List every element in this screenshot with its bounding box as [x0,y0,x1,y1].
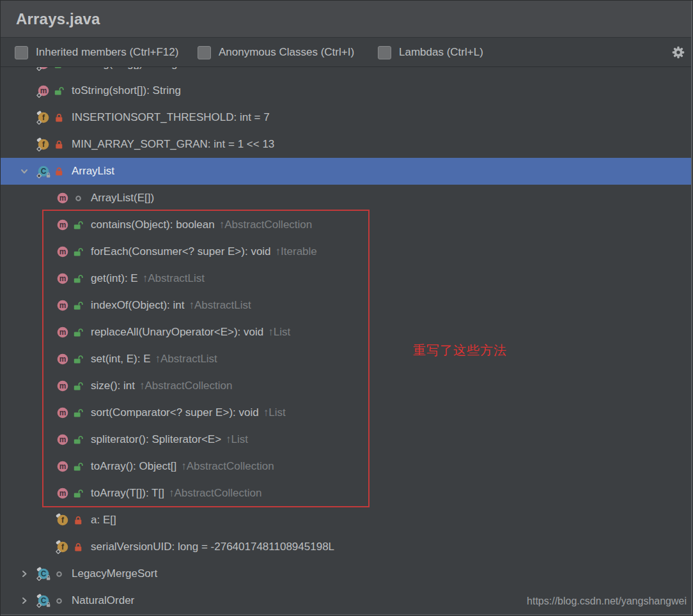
method-icon: m [56,191,70,205]
structure-row[interactable]: mget(int): E↑AbstractList [1,265,692,292]
structure-row[interactable]: fMIN_ARRAY_SORT_GRAN: int = 1 << 13 [1,131,692,158]
member-label: a: E[] [91,514,116,527]
private-lock-icon [54,113,64,123]
member-label: ArrayList [72,165,114,178]
svg-text:C: C [41,167,47,176]
structure-row[interactable]: mreplaceAll(UnaryOperator<E>): void↑List [1,319,692,346]
watermark-url: https://blog.csdn.net/yangshangwei [527,596,687,607]
checkbox-label: Inherited members (Ctrl+F12) [36,46,178,59]
structure-row[interactable]: mindexOf(Object): int↑AbstractList [1,292,692,319]
structure-row[interactable]: CLegacyMergeSort [1,560,692,587]
member-label: MIN_ARRAY_SORT_GRAN: int = 1 << 13 [72,138,274,151]
svg-text:m: m [59,247,66,256]
lambdas-checkbox-group[interactable]: Lambdas (Ctrl+L) [378,38,483,66]
member-label: indexOf(Object): int [91,299,184,312]
method-icon: m [56,459,70,474]
svg-text:m: m [59,489,66,498]
method-icon: m [56,406,70,420]
public-lock-icon [74,355,83,364]
public-lock-icon [74,301,83,311]
field-icon: f [36,137,51,151]
structure-row[interactable]: mArrayList(E[]) [1,185,692,212]
structure-view-window: Arrays.java Inherited members (Ctrl+F12)… [0,0,693,616]
checkbox-icon[interactable] [198,46,211,59]
anonymous-classes-checkbox-group[interactable]: Anonymous Classes (Ctrl+I) [198,38,354,66]
inherited-from-label: ↑List [226,433,248,446]
inherited-from-label: ↑AbstractList [155,353,217,366]
window-title: Arrays.java [16,10,100,28]
structure-row[interactable]: msort(Comparator<? super E>): void↑List [1,399,692,426]
checkbox-label: Lambdas (Ctrl+L) [399,46,483,59]
inherited-from-label: ↑AbstractCollection [169,487,262,500]
svg-text:m: m [59,381,66,390]
inherited-from-label: ↑List [268,326,290,339]
package-visibility-icon [74,194,83,203]
structure-row[interactable]: fa: E[] [1,507,692,534]
method-icon: m [56,352,70,366]
field-icon: f [36,111,51,125]
svg-text:m: m [59,435,66,444]
svg-text:m: m [59,274,66,283]
public-lock-icon [74,381,83,391]
public-lock-icon [74,328,83,337]
svg-text:m: m [59,301,66,310]
checkbox-icon[interactable] [15,46,28,59]
inherited-members-checkbox-group[interactable]: Inherited members (Ctrl+F12) [15,38,178,66]
structure-row[interactable]: CArrayList [1,158,692,185]
svg-text:m: m [59,462,66,471]
member-label: LegacyMergeSort [72,567,157,580]
chevron-down-icon[interactable] [20,167,36,176]
structure-row[interactable]: fserialVersionUID: long = -2764017481108… [1,534,692,560]
inherited-from-label: ↑AbstractList [189,299,251,312]
inherited-from-label: ↑AbstractCollection [139,380,233,392]
structure-tree: 重写了这些方法 mtoString(long[]): StringmtoStri… [1,67,692,615]
member-label: forEach(Consumer<? super E>): void [91,245,271,258]
checkbox-icon[interactable] [378,46,391,59]
inherited-from-label: ↑List [263,406,286,419]
member-label: set(int, E): E [91,353,151,366]
structure-row[interactable]: mset(int, E): E↑AbstractList [1,346,692,373]
member-label: size(): int [91,380,135,392]
svg-text:m: m [40,86,47,95]
structure-row[interactable]: fINSERTIONSORT_THRESHOLD: int = 7 [1,104,692,131]
svg-text:C: C [41,569,47,578]
member-label: contains(Object): boolean [91,219,215,231]
structure-row[interactable]: mtoString(long[]): String [1,67,692,77]
member-label: ArrayList(E[]) [91,192,154,204]
member-label: serialVersionUID: long = -27640174811089… [91,541,334,553]
structure-row[interactable]: mtoArray(T[]): T[]↑AbstractCollection [1,480,692,507]
member-label: get(int): E [91,272,138,285]
member-label: toString(long[]): String [72,67,177,70]
member-label: replaceAll(UnaryOperator<E>): void [91,326,263,339]
structure-row[interactable]: mtoArray(): Object[]↑AbstractCollection [1,453,692,480]
svg-text:m: m [59,328,66,337]
gear-icon[interactable] [671,45,685,59]
public-lock-icon [54,86,64,96]
svg-text:m: m [59,408,66,417]
public-lock-icon [74,408,83,418]
chevron-right-icon[interactable] [20,596,36,605]
field-icon: f [56,513,70,527]
method-icon: m [56,379,70,393]
structure-row[interactable]: mtoString(short[]): String [1,77,692,104]
member-label: NaturalOrder [72,594,134,607]
structure-row[interactable]: mcontains(Object): boolean↑AbstractColle… [1,212,692,238]
method-icon: m [56,272,70,286]
public-lock-icon [74,274,83,284]
method-icon: m [56,298,70,312]
structure-row[interactable]: msize(): int↑AbstractCollection [1,373,692,399]
member-label: spliterator(): Spliterator<E> [91,433,221,446]
svg-text:m: m [59,194,66,203]
inherited-from-label: ↑AbstractList [143,272,205,285]
method-icon: m [56,245,70,259]
chevron-right-icon[interactable] [20,569,36,578]
method-icon: m [56,433,70,447]
package-visibility-icon [54,596,64,606]
private-lock-icon [54,167,64,176]
structure-row[interactable]: mspliterator(): Spliterator<E>↑List [1,426,692,453]
method-icon: m [36,67,51,71]
member-label: toArray(T[]): T[] [91,487,164,500]
structure-row[interactable]: mforEach(Consumer<? super E>): void↑Iter… [1,238,692,265]
method-icon: m [56,325,70,339]
public-lock-icon [74,435,83,445]
